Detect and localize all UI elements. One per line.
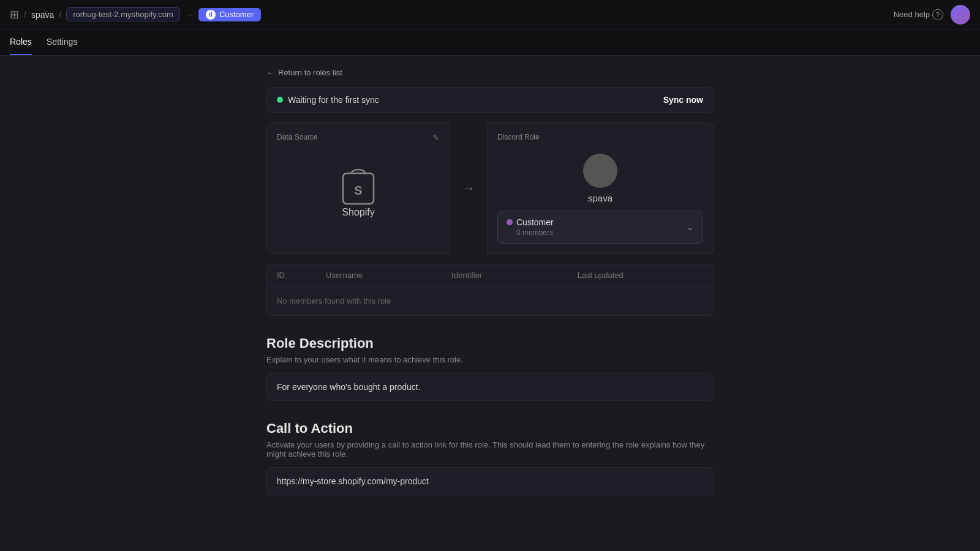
call-to-action-section: Call to Action Activate your users by pr… [266, 421, 714, 495]
call-to-action-subtitle: Activate your users by providing a call … [266, 440, 714, 459]
role-name: Customer [516, 217, 554, 227]
edit-icon[interactable]: ✎ [432, 133, 440, 143]
role-description-input[interactable]: For everyone who's bought a product. [266, 373, 714, 401]
grid-icon[interactable]: ⊞ [10, 8, 19, 21]
arrow-icon: → [185, 10, 194, 20]
topbar-left: ⊞ / spava / rorhug-test-2.myshopify.com … [10, 7, 261, 21]
sync-status: Waiting for the first sync [277, 95, 379, 105]
back-link[interactable]: ← Return to roles list [266, 68, 714, 77]
back-arrow-icon: ← [266, 68, 274, 77]
discord-role-card: Discord Role spava Customer 0 members ⌄ [487, 122, 714, 254]
col-identifier: Identifier [451, 271, 577, 280]
role-selector[interactable]: Customer 0 members ⌄ [497, 211, 703, 244]
col-username: Username [326, 271, 451, 280]
cards-row: Data Source ✎ S Shopify → Discord Role [266, 122, 714, 254]
chevron-down-icon: ⌄ [687, 222, 694, 232]
topbar: ⊞ / spava / rorhug-test-2.myshopify.com … [0, 0, 980, 29]
col-id: ID [277, 271, 326, 280]
workspace-name: spava [31, 10, 54, 20]
data-source-card: Data Source ✎ S Shopify [266, 122, 450, 254]
subnav: Roles Settings [0, 29, 980, 56]
members-table: ID Username Identifier Last updated No m… [266, 264, 714, 316]
breadcrumb-current[interactable]: d Customer [198, 8, 261, 21]
col-last-updated: Last updated [578, 271, 703, 280]
call-to-action-input[interactable]: https://my-store.shopify.com/my-product [266, 467, 714, 495]
table-empty-message: No members found with this role [267, 287, 713, 315]
status-dot-green [277, 97, 283, 103]
arrow-connector: → [450, 122, 487, 254]
role-color-dot [507, 219, 513, 225]
server-icon [583, 154, 617, 188]
back-link-label: Return to roles list [278, 68, 342, 77]
subnav-item-roles[interactable]: Roles [10, 29, 32, 55]
data-source-label: Data Source [277, 133, 440, 141]
role-members-count: 0 members [516, 228, 554, 237]
breadcrumb-link[interactable]: rorhug-test-2.myshopify.com [66, 7, 180, 21]
discord-role-label: Discord Role [497, 133, 703, 141]
server-info: spava [497, 149, 703, 211]
role-description-subtitle: Explain to your users what it means to a… [266, 355, 714, 364]
svg-text:S: S [354, 184, 362, 197]
discord-logo-icon: d [206, 10, 216, 20]
role-description-section: Role Description Explain to your users w… [266, 335, 714, 401]
sync-status-label: Waiting for the first sync [288, 95, 379, 105]
role-name-row: Customer [507, 217, 554, 227]
sync-now-button[interactable]: Sync now [663, 95, 703, 105]
avatar[interactable] [951, 5, 970, 24]
role-description-title: Role Description [266, 335, 714, 351]
need-help-label: Need help [894, 10, 930, 19]
topbar-right: Need help ? [894, 5, 970, 24]
call-to-action-title: Call to Action [266, 421, 714, 437]
shopify-icon: S [337, 161, 380, 207]
table-header: ID Username Identifier Last updated [267, 264, 713, 287]
connector-arrow-icon: → [462, 181, 475, 195]
need-help-button[interactable]: Need help ? [894, 9, 943, 20]
sync-banner: Waiting for the first sync Sync now [266, 87, 714, 113]
subnav-item-settings[interactable]: Settings [47, 29, 78, 55]
shopify-logo-area: S Shopify [277, 149, 440, 228]
role-info: Customer 0 members [507, 217, 554, 237]
current-page-label: Customer [219, 10, 254, 19]
shopify-name: Shopify [342, 207, 374, 218]
help-circle-icon: ? [932, 9, 943, 20]
server-name: spava [588, 193, 612, 203]
main-content: ← Return to roles list Waiting for the f… [266, 56, 714, 527]
